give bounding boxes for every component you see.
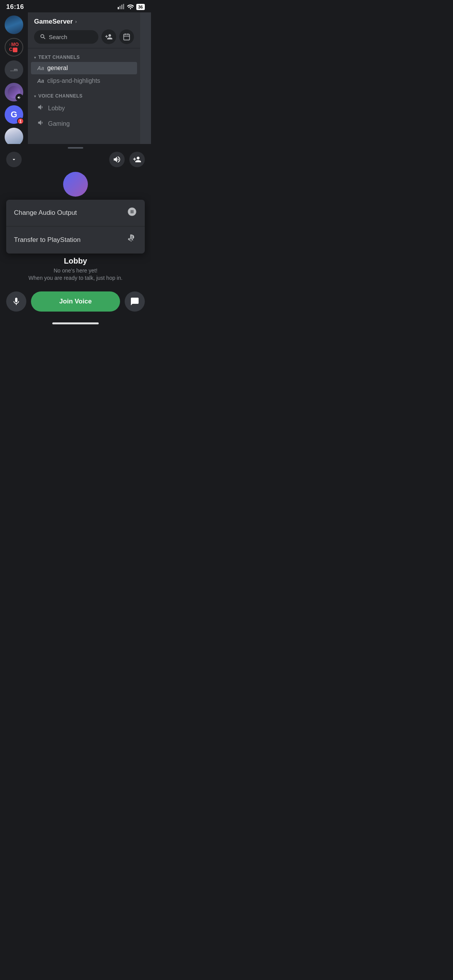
channel-name-gaming: Gaming (48, 120, 70, 127)
search-placeholder-text: Search (49, 34, 67, 40)
voice-channel-name: Lobby (6, 257, 145, 266)
context-menu-playstation[interactable]: Transfer to PlayStation (6, 226, 145, 254)
sidebar-item-anime1[interactable] (5, 128, 23, 146)
svg-rect-0 (118, 7, 119, 9)
notification-badge-g: 1 (17, 118, 24, 125)
category-voice-channels[interactable]: ▾ Voice Channels (28, 90, 140, 100)
voice-speaker-button[interactable] (109, 152, 125, 167)
voice-avatar-row (0, 170, 151, 200)
volume-indicator (15, 94, 23, 101)
audio-output-icon (127, 207, 137, 219)
voice-icon-lobby (37, 103, 45, 113)
microphone-button[interactable] (6, 291, 26, 312)
join-voice-button[interactable]: Join Voice (31, 291, 120, 312)
category-voice-label: Voice Channels (38, 93, 82, 99)
status-icons: 36 (118, 4, 145, 10)
svg-rect-3 (123, 4, 124, 9)
category-chevron-voice: ▾ (34, 94, 36, 98)
search-icon (39, 33, 46, 41)
server-header: GameServer › Search (28, 12, 140, 48)
home-indicator (0, 321, 151, 327)
playstation-icon (126, 233, 137, 247)
svg-rect-1 (119, 6, 120, 9)
sidebar-item-moca[interactable]: ↓ MO C (5, 38, 23, 57)
text-channel-prefix-general: Aa (37, 65, 44, 71)
home-pill (52, 322, 99, 324)
events-button[interactable] (119, 29, 134, 44)
voice-add-member-button[interactable] (129, 152, 145, 167)
status-time: 16:16 (6, 3, 24, 11)
voice-bottom-sheet: Change Audio Output Transfer to PlayStat… (0, 144, 151, 327)
sidebar-item-top-avatar[interactable] (5, 15, 23, 34)
category-text-label: Text Channels (38, 55, 80, 60)
battery-badge: 36 (136, 4, 145, 10)
server-name-row[interactable]: GameServer › (34, 18, 134, 26)
sidebar-item-dm[interactable]: ...m (5, 60, 23, 79)
add-member-button[interactable] (101, 29, 116, 44)
voice-channel-empty-msg: No one's here yet! When you are ready to… (6, 267, 145, 282)
channel-general[interactable]: Aa general (31, 62, 137, 74)
voice-user-avatar (63, 172, 88, 197)
sidebar-item-g[interactable]: G 1 (5, 105, 23, 124)
server-chevron-icon: › (75, 19, 77, 24)
audio-output-label: Change Audio Output (14, 209, 77, 217)
server-name-text: GameServer (34, 18, 73, 26)
drag-pill (68, 147, 83, 149)
search-row: Search (34, 29, 134, 44)
category-text-channels[interactable]: ▾ Text Channels (28, 51, 140, 62)
signal-icon (118, 4, 125, 10)
bottom-action-bar: Join Voice (0, 287, 151, 321)
channel-name-clips: clips-and-highlights (47, 77, 100, 84)
text-channel-prefix-clips: Aa (37, 78, 44, 84)
category-chevron-text: ▾ (34, 55, 36, 60)
channel-name-general: general (47, 65, 68, 72)
wifi-icon (127, 4, 134, 10)
drag-handle[interactable] (0, 144, 151, 150)
context-menu: Change Audio Output Transfer to PlayStat… (6, 200, 145, 254)
search-bar[interactable]: Search (34, 30, 98, 44)
svg-rect-2 (121, 5, 122, 9)
channel-clips[interactable]: Aa clips-and-highlights (31, 75, 137, 87)
chat-button[interactable] (125, 291, 145, 312)
status-bar: 16:16 36 (0, 0, 151, 12)
svg-rect-4 (124, 34, 130, 40)
playstation-label: Transfer to PlayStation (14, 236, 81, 244)
voice-controls-bar (0, 150, 151, 170)
voice-right-buttons (109, 152, 145, 167)
voice-icon-gaming (37, 119, 45, 128)
channel-name-lobby: Lobby (48, 105, 65, 112)
context-menu-audio-output[interactable]: Change Audio Output (6, 200, 145, 226)
channel-gaming[interactable]: Gaming (31, 116, 137, 131)
join-voice-label: Join Voice (59, 298, 92, 305)
voice-collapse-button[interactable] (6, 152, 22, 167)
channel-lobby[interactable]: Lobby (31, 101, 137, 116)
sidebar-item-purple[interactable] (5, 83, 23, 101)
voice-channel-info: Lobby No one's here yet! When you are re… (0, 254, 151, 287)
